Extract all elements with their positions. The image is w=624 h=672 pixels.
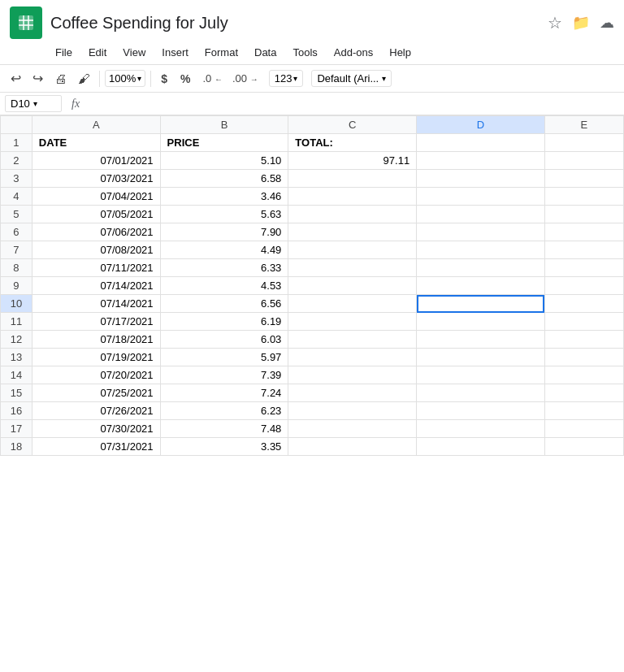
cell-d-8[interactable] <box>417 259 545 277</box>
cell-b-9[interactable]: 4.53 <box>160 277 288 295</box>
cell-e-7[interactable] <box>544 241 623 259</box>
cell-e-17[interactable] <box>544 420 623 438</box>
col-header-d[interactable]: D <box>417 116 545 134</box>
cell-b-11[interactable]: 6.19 <box>160 313 288 331</box>
print-button[interactable]: 🖨 <box>50 69 71 88</box>
menu-data[interactable]: Data <box>248 44 283 61</box>
cell-b-4[interactable]: 3.46 <box>160 188 288 206</box>
cell-d-15[interactable] <box>417 384 545 402</box>
table-row[interactable]: 1707/30/20217.48 <box>1 420 624 438</box>
cell-d-11[interactable] <box>417 313 545 331</box>
table-row[interactable]: 707/08/20214.49 <box>1 241 624 259</box>
cell-c-18[interactable] <box>288 438 417 456</box>
percent-button[interactable]: % <box>176 70 195 88</box>
currency-button[interactable]: $ <box>156 70 172 88</box>
cell-e-15[interactable] <box>544 384 623 402</box>
cell-a-16[interactable]: 07/26/2021 <box>32 402 160 420</box>
cell-d-10[interactable] <box>417 295 545 313</box>
cell-e-4[interactable] <box>544 188 623 206</box>
zoom-select[interactable]: 100% ▾ <box>105 70 145 87</box>
cell-d-7[interactable] <box>417 241 545 259</box>
menu-tools[interactable]: Tools <box>286 44 323 61</box>
cell-c-1[interactable]: TOTAL: <box>288 134 417 152</box>
col-header-b[interactable]: B <box>160 116 288 134</box>
cell-b-2[interactable]: 5.10 <box>160 152 288 170</box>
cell-a-14[interactable]: 07/20/2021 <box>32 366 160 384</box>
cell-a-13[interactable]: 07/19/2021 <box>32 349 160 366</box>
menu-format[interactable]: Format <box>198 44 245 61</box>
menu-insert[interactable]: Insert <box>155 44 195 61</box>
table-row[interactable]: 1607/26/20216.23 <box>1 402 624 420</box>
cell-a-17[interactable]: 07/30/2021 <box>32 420 160 438</box>
cell-b-18[interactable]: 3.35 <box>160 438 288 456</box>
cell-d-6[interactable] <box>417 223 545 241</box>
cell-b-17[interactable]: 7.48 <box>160 420 288 438</box>
cell-reference-box[interactable]: D10 ▾ <box>5 95 62 112</box>
cell-c-10[interactable] <box>288 295 417 313</box>
cell-a-11[interactable]: 07/17/2021 <box>32 313 160 331</box>
format-paint-button[interactable]: 🖌 <box>74 69 94 88</box>
table-row[interactable]: 1107/17/20216.19 <box>1 313 624 331</box>
cloud-icon[interactable]: ☁ <box>600 14 614 32</box>
cell-e-12[interactable] <box>544 331 623 349</box>
cell-e-9[interactable] <box>544 277 623 295</box>
cell-e-13[interactable] <box>544 349 623 366</box>
cell-b-13[interactable]: 5.97 <box>160 349 288 366</box>
cell-d-17[interactable] <box>417 420 545 438</box>
cell-b-12[interactable]: 6.03 <box>160 331 288 349</box>
cell-d-9[interactable] <box>417 277 545 295</box>
folder-icon[interactable]: 📁 <box>572 14 590 32</box>
cell-c-14[interactable] <box>288 366 417 384</box>
number-format-select[interactable]: 123 ▾ <box>269 70 304 87</box>
cell-c-11[interactable] <box>288 313 417 331</box>
cell-b-15[interactable]: 7.24 <box>160 384 288 402</box>
cell-b-5[interactable]: 5.63 <box>160 206 288 223</box>
col-header-a[interactable]: A <box>32 116 160 134</box>
undo-button[interactable]: ↩ <box>6 68 25 89</box>
cell-d-14[interactable] <box>417 366 545 384</box>
cell-d-16[interactable] <box>417 402 545 420</box>
menu-file[interactable]: File <box>49 44 79 61</box>
menu-addons[interactable]: Add-ons <box>327 44 379 61</box>
cell-a-8[interactable]: 07/11/2021 <box>32 259 160 277</box>
cell-d-12[interactable] <box>417 331 545 349</box>
table-row[interactable]: 1307/19/20215.97 <box>1 349 624 366</box>
cell-e-10[interactable] <box>544 295 623 313</box>
cell-d-4[interactable] <box>417 188 545 206</box>
cell-a-10[interactable]: 07/14/2021 <box>32 295 160 313</box>
cell-b-7[interactable]: 4.49 <box>160 241 288 259</box>
table-row[interactable]: 907/14/20214.53 <box>1 277 624 295</box>
table-row[interactable]: 1DATEPRICETOTAL: <box>1 134 624 152</box>
cell-a-5[interactable]: 07/05/2021 <box>32 206 160 223</box>
cell-c-7[interactable] <box>288 241 417 259</box>
cell-d-18[interactable] <box>417 438 545 456</box>
table-row[interactable]: 207/01/20215.1097.11 <box>1 152 624 170</box>
star-icon[interactable]: ☆ <box>548 13 562 33</box>
table-row[interactable]: 1407/20/20217.39 <box>1 366 624 384</box>
cell-e-8[interactable] <box>544 259 623 277</box>
cell-a-7[interactable]: 07/08/2021 <box>32 241 160 259</box>
redo-button[interactable]: ↪ <box>28 68 47 89</box>
cell-e-2[interactable] <box>544 152 623 170</box>
menu-edit[interactable]: Edit <box>82 44 113 61</box>
cell-a-12[interactable]: 07/18/2021 <box>32 331 160 349</box>
cell-c-4[interactable] <box>288 188 417 206</box>
cell-c-9[interactable] <box>288 277 417 295</box>
cell-d-3[interactable] <box>417 170 545 188</box>
col-header-e[interactable]: E <box>544 116 623 134</box>
cell-c-12[interactable] <box>288 331 417 349</box>
table-row[interactable]: 807/11/20216.33 <box>1 259 624 277</box>
cell-c-15[interactable] <box>288 384 417 402</box>
cell-e-1[interactable] <box>544 134 623 152</box>
cell-b-3[interactable]: 6.58 <box>160 170 288 188</box>
cell-a-18[interactable]: 07/31/2021 <box>32 438 160 456</box>
cell-d-13[interactable] <box>417 349 545 366</box>
cell-a-4[interactable]: 07/04/2021 <box>32 188 160 206</box>
cell-b-14[interactable]: 7.39 <box>160 366 288 384</box>
cell-c-8[interactable] <box>288 259 417 277</box>
cell-e-18[interactable] <box>544 438 623 456</box>
cell-e-14[interactable] <box>544 366 623 384</box>
cell-e-5[interactable] <box>544 206 623 223</box>
table-row[interactable]: 1807/31/20213.35 <box>1 438 624 456</box>
table-row[interactable]: 607/06/20217.90 <box>1 223 624 241</box>
